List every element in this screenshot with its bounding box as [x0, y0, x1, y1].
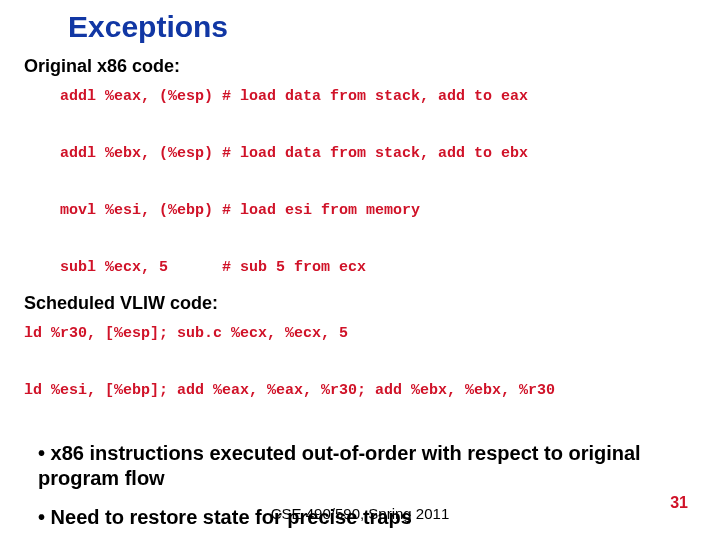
bullet-1: • x86 instructions executed out-of-order…	[38, 441, 680, 491]
scheduled-code-heading: Scheduled VLIW code:	[24, 293, 700, 314]
footer-text: CSE 490/590, Spring 2011	[0, 505, 720, 522]
scheduled-vliw-code: ld %r30, [%esp]; sub.c %ecx, %ecx, 5 ld …	[24, 320, 700, 406]
original-x86-code: addl %eax, (%esp) # load data from stack…	[60, 83, 700, 283]
page-number: 31	[670, 494, 688, 512]
slide-title: Exceptions	[68, 10, 700, 44]
original-code-heading: Original x86 code:	[24, 56, 700, 77]
slide: Exceptions Original x86 code: addl %eax,…	[0, 0, 720, 540]
